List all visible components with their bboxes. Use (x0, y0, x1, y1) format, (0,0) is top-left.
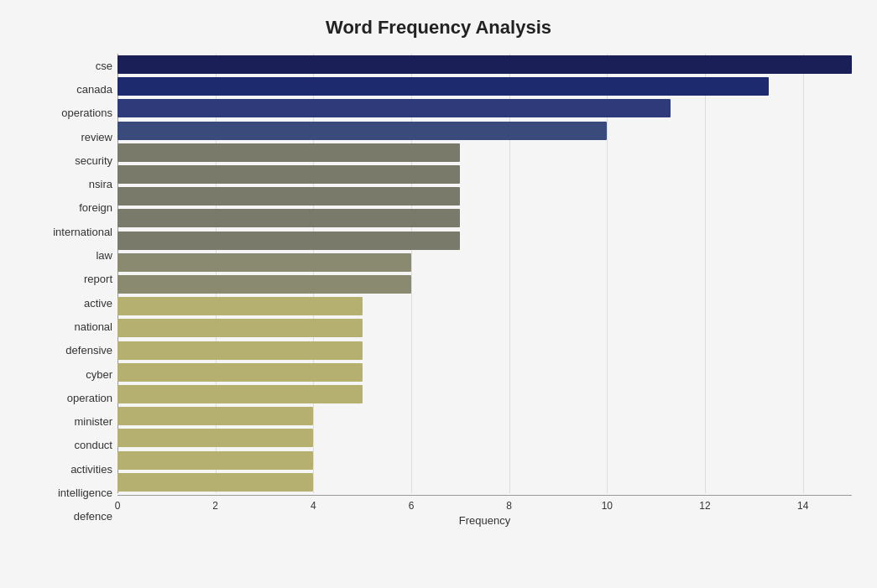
bar-row-activities (117, 427, 852, 449)
bar-row-defensive (117, 317, 852, 339)
bar-row-international (117, 207, 852, 229)
y-label-operation: operation (25, 393, 112, 403)
bar-security (117, 143, 460, 162)
y-label-report: report (25, 273, 112, 284)
y-axis-labels: csecanadaoperationsreviewsecuritynsirafo… (25, 54, 117, 528)
y-label-activities: activities (25, 464, 112, 475)
bar-row-nsira (117, 164, 852, 185)
bar-minister (117, 385, 363, 403)
y-label-international: international (25, 226, 112, 237)
y-label-minister: minister (25, 416, 112, 427)
bar-row-report (117, 252, 852, 273)
x-tick-14: 14 (797, 500, 808, 512)
x-tick-2: 2 (212, 500, 218, 512)
bar-row-intelligence (117, 450, 852, 471)
y-label-active: active (25, 298, 112, 309)
bar-active (117, 275, 411, 294)
bar-defence (117, 473, 313, 492)
y-label-law: law (25, 250, 112, 261)
bar-row-foreign (117, 185, 852, 207)
bar-row-active (117, 273, 852, 295)
bar-national (117, 297, 363, 315)
bar-row-defence (117, 471, 852, 493)
y-label-review: review (25, 132, 112, 143)
y-label-intelligence: intelligence (25, 487, 112, 498)
bar-row-minister (117, 383, 852, 405)
bar-review (117, 122, 607, 140)
chart-title: Word Frequency Analysis (25, 17, 852, 39)
bar-law (117, 232, 460, 250)
y-label-security: security (25, 155, 112, 166)
bar-cyber (117, 341, 363, 360)
chart-container: Word Frequency Analysis csecanadaoperati… (0, 0, 877, 588)
x-tick-8: 8 (506, 500, 512, 512)
x-tick-6: 6 (409, 500, 415, 512)
x-tick-12: 12 (699, 500, 710, 512)
bar-nsira (117, 165, 460, 184)
bar-operations (117, 99, 671, 117)
y-label-canada: canada (25, 84, 112, 95)
bar-intelligence (117, 451, 313, 470)
bar-activities (117, 429, 313, 447)
y-label-cse: cse (25, 60, 112, 71)
y-label-foreign: foreign (25, 202, 112, 213)
bar-foreign (117, 187, 460, 206)
y-label-nsira: nsira (25, 179, 112, 190)
bar-canada (117, 77, 769, 96)
bar-row-law (117, 230, 852, 252)
bar-operation (117, 363, 363, 382)
bar-conduct (117, 407, 313, 425)
y-label-conduct: conduct (25, 440, 112, 450)
bars-section: Frequency 02468101214 (117, 54, 852, 528)
bar-defensive (117, 319, 363, 337)
y-label-cyber: cyber (25, 369, 112, 380)
bar-report (117, 253, 411, 272)
x-tick-10: 10 (602, 500, 613, 512)
y-label-national: national (25, 321, 112, 332)
y-label-operations: operations (25, 107, 112, 118)
bar-row-conduct (117, 405, 852, 427)
bars-area (117, 54, 852, 493)
bar-row-security (117, 142, 852, 164)
x-axis-label: Frequency (459, 514, 510, 527)
x-axis: Frequency 02468101214 (117, 495, 852, 528)
bar-row-operations (117, 97, 852, 119)
bar-row-cyber (117, 340, 852, 362)
bar-international (117, 209, 460, 227)
bar-row-operation (117, 362, 852, 383)
bar-row-national (117, 295, 852, 317)
bar-cse (117, 55, 852, 74)
bar-row-review (117, 120, 852, 142)
x-tick-4: 4 (311, 500, 316, 512)
bar-row-canada (117, 75, 852, 97)
y-label-defensive: defensive (25, 345, 112, 356)
bar-row-cse (117, 54, 852, 75)
x-tick-0: 0 (115, 500, 121, 512)
y-label-defence: defence (25, 511, 112, 522)
